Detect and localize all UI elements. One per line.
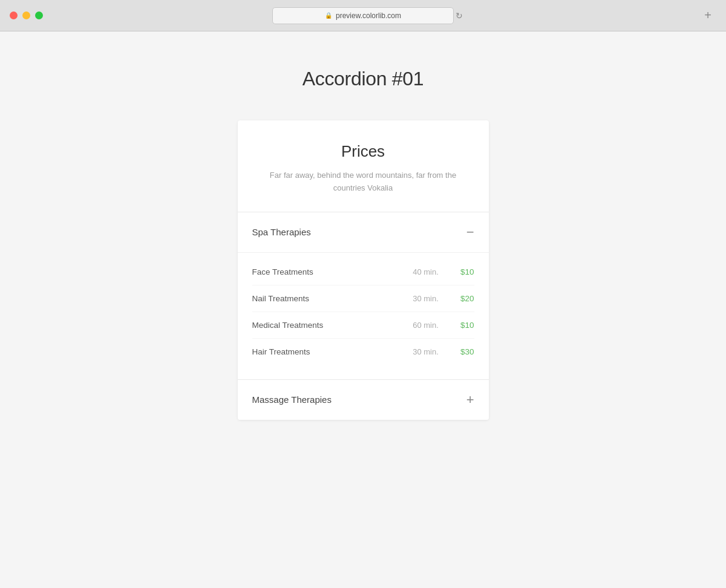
treatment-name: Nail Treatments [252, 294, 402, 303]
treatment-duration: 40 min. [402, 267, 450, 276]
treatment-row: Hair Treatments 30 min. $30 [252, 339, 474, 365]
browser-chrome: 🔒 preview.colorlib.com ↻ + [0, 0, 726, 31]
accordion-section-massage: Massage Therapies + [238, 379, 489, 420]
treatment-row: Face Treatments 40 min. $10 [252, 259, 474, 286]
treatment-price: $10 [450, 321, 474, 330]
page-title: Accordion #01 [302, 68, 424, 90]
page: Accordion #01 Prices Far far away, behin… [0, 31, 726, 588]
traffic-lights [10, 11, 43, 19]
treatment-name: Face Treatments [252, 267, 402, 276]
accordion-section-massage-title: Massage Therapies [252, 394, 332, 405]
close-button[interactable] [10, 11, 18, 19]
treatment-duration: 30 min. [402, 347, 450, 356]
prices-subtitle: Far far away, behind the word mountains,… [256, 169, 471, 195]
treatment-duration: 30 min. [402, 294, 450, 303]
lock-icon: 🔒 [325, 12, 332, 19]
treatment-price: $30 [450, 347, 474, 356]
treatment-name: Medical Treatments [252, 321, 402, 330]
url-text: preview.colorlib.com [336, 11, 401, 20]
treatment-duration: 60 min. [402, 321, 450, 330]
accordion-container: Prices Far far away, behind the word mou… [238, 120, 489, 420]
new-tab-button[interactable]: + [699, 7, 716, 24]
accordion-toggle-massage: + [466, 393, 474, 407]
minimize-button[interactable] [22, 11, 30, 19]
treatment-row: Nail Treatments 30 min. $20 [252, 286, 474, 312]
accordion-section-spa-title: Spa Therapies [252, 227, 311, 237]
reload-button[interactable]: ↻ [456, 11, 463, 21]
treatment-price: $10 [450, 267, 474, 276]
treatment-row: Medical Treatments 60 min. $10 [252, 312, 474, 339]
accordion-header-massage[interactable]: Massage Therapies + [238, 380, 489, 420]
address-bar[interactable]: 🔒 preview.colorlib.com [272, 7, 454, 24]
accordion-body-spa: Face Treatments 40 min. $10 Nail Treatme… [238, 252, 489, 379]
treatment-price: $20 [450, 294, 474, 303]
accordion-header-spa[interactable]: Spa Therapies − [238, 212, 489, 252]
prices-header: Prices Far far away, behind the word mou… [238, 120, 489, 212]
accordion-section-spa: Spa Therapies − Face Treatments 40 min. … [238, 212, 489, 379]
treatment-name: Hair Treatments [252, 347, 402, 356]
maximize-button[interactable] [35, 11, 43, 19]
prices-title: Prices [256, 142, 471, 161]
accordion-toggle-spa: − [466, 226, 474, 239]
browser-content: Accordion #01 Prices Far far away, behin… [0, 31, 726, 588]
